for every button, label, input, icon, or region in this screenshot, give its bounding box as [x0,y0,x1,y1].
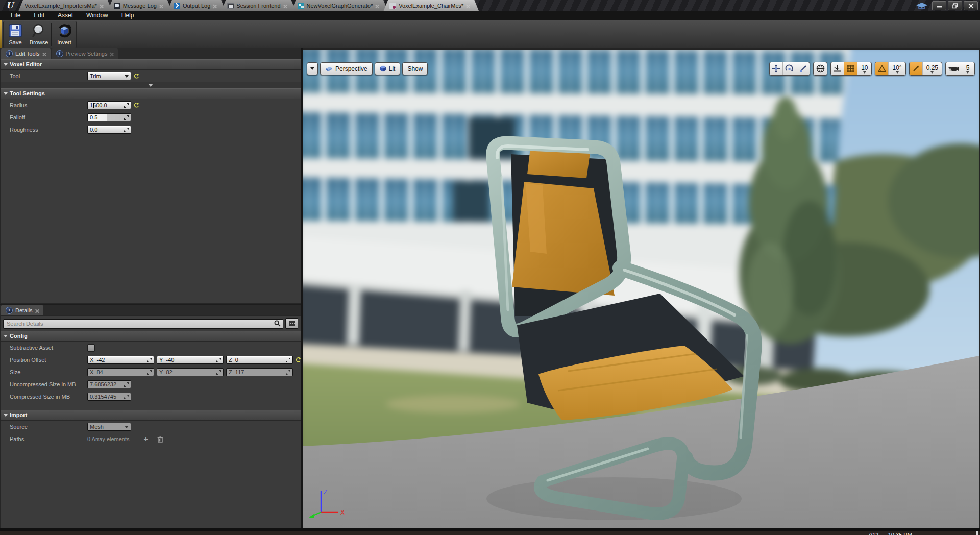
menu-file[interactable]: File [4,11,27,20]
subtractive-asset-checkbox[interactable] [87,344,95,352]
show-desktop-button[interactable] [976,531,978,535]
tool-dropdown[interactable]: Trim [87,72,131,80]
menu-window[interactable]: Window [80,11,115,20]
tab-voxelexample-importers[interactable]: VoxelExample_ImportersMa* [18,0,112,11]
reset-to-default-icon[interactable] [134,103,139,108]
camera-speed-button[interactable] [946,62,961,75]
tab-voxelexample-chairmesh[interactable]: VoxelExample_ChairMes* [383,0,479,11]
drag-spin-icon[interactable] [286,358,290,362]
drag-spin-icon[interactable] [124,128,129,132]
rotation-snap-toggle[interactable] [875,62,889,75]
invert-label: Invert [57,39,71,45]
reset-to-default-icon[interactable] [296,357,301,363]
tab-preview-settings[interactable]: Preview Settings [52,48,118,59]
tutorial-icon[interactable] [915,1,928,10]
y-axis-arrow [309,514,314,518]
browse-button[interactable]: Browse [27,21,51,48]
section-import[interactable]: Import [1,410,301,421]
tool-value: Trim [90,73,120,79]
rotation-snap-value-button[interactable]: 10° [889,62,905,75]
drag-spin-icon[interactable] [124,115,129,120]
tab-label: Message Log [123,3,157,9]
rotate-icon [785,64,794,73]
close-icon[interactable] [35,309,39,312]
invert-button[interactable]: Invert [53,21,76,48]
scale-tool-button[interactable] [796,62,810,75]
viewport-3d-canvas[interactable]: Perspective Lit Show [303,50,979,529]
close-button[interactable] [964,1,978,10]
globe-icon [816,64,825,73]
section-config[interactable]: Config [1,331,301,342]
move-tool-button[interactable] [770,62,783,75]
menu-help[interactable]: Help [115,11,141,20]
roughness-input[interactable]: 0.0 [87,126,131,134]
y-axis-prefix: Y [159,357,163,363]
close-icon[interactable] [283,4,287,8]
scale-snap-value-button[interactable]: 0.25 [923,62,942,75]
tab-output-log[interactable]: Output Log [167,0,226,11]
menu-bar: File Edit Asset Window Help [0,11,980,20]
reset-to-default-icon[interactable] [134,74,139,79]
add-element-icon[interactable]: + [144,436,149,442]
restore-button[interactable] [948,1,962,10]
falloff-slider-input[interactable]: 0.5 [87,113,131,121]
world-space-button[interactable] [814,62,827,75]
save-button[interactable]: Save [4,21,27,48]
floppy-disk-icon [8,23,23,38]
grid-snap-value-button[interactable]: 10 [857,62,871,75]
source-dropdown: Mesh [87,423,131,431]
tab-message-log[interactable]: Message Log [108,0,172,11]
close-icon[interactable] [466,4,470,8]
grid-snap-toggle[interactable] [844,62,857,75]
section-tool-settings[interactable]: Tool Settings [1,88,301,99]
section-voxel-editor[interactable]: Voxel Editor [1,59,301,70]
tab-details[interactable]: Details [1,305,43,315]
z-axis-prefix: Z [229,357,232,363]
close-icon[interactable] [100,4,103,8]
advanced-expander[interactable] [1,82,301,88]
grid-icon [289,321,295,326]
slider-handle[interactable] [107,114,107,121]
tab-label: Session Frontend [236,3,280,9]
radius-input[interactable]: 1500.0 [87,101,131,109]
subtractive-asset-row: Subtractive Asset [1,342,301,354]
close-icon[interactable] [42,52,46,56]
tab-session-frontend[interactable]: Session Frontend [221,0,296,11]
drag-spin-icon[interactable] [147,358,152,362]
camera-speed-value-button[interactable]: 5 [961,62,974,75]
trash-icon[interactable] [157,436,163,443]
scale-snap-toggle[interactable] [910,62,923,75]
rotate-tool-button[interactable] [783,62,796,75]
perspective-button[interactable]: Perspective [320,62,373,75]
scale-snap-group: 0.25 [909,62,942,76]
toolbar-accent-strip [0,20,2,48]
compressed-size-field: 0.3154745 [87,393,131,401]
compressed-size-value: 0.3154745 [90,394,122,400]
close-icon[interactable] [110,52,113,56]
position-offset-z-input[interactable]: Z 0 [226,356,293,364]
drag-spin-icon [216,370,221,375]
menu-edit[interactable]: Edit [27,11,51,20]
voxel-chair-mesh[interactable] [303,50,979,529]
close-icon[interactable] [375,4,379,8]
search-details-input[interactable] [3,319,283,329]
show-menu-button[interactable]: Show [402,62,428,75]
viewport-options-button[interactable] [307,62,318,75]
radius-value: 1500.0 [90,102,122,108]
tab-edit-tools[interactable]: Edit Tools [1,48,51,59]
position-offset-y-input[interactable]: Y -40 [157,356,224,364]
lit-mode-button[interactable]: Lit [375,62,401,75]
close-icon[interactable] [159,4,163,8]
menu-asset[interactable]: Asset [51,11,80,20]
drag-spin-icon[interactable] [124,103,129,108]
tab-voxel-graph-generator[interactable]: NewVoxelGraphGenerato* [291,0,388,11]
position-offset-x-input[interactable]: X -42 [87,356,154,364]
surface-snap-button[interactable] [831,62,844,75]
window-controls [915,1,978,10]
position-offset-x: -42 [96,357,145,363]
y-axis-prefix: Y [159,369,163,375]
close-icon[interactable] [213,4,216,8]
drag-spin-icon[interactable] [216,358,221,362]
minimize-button[interactable] [932,1,946,10]
view-options-button[interactable] [285,318,298,329]
